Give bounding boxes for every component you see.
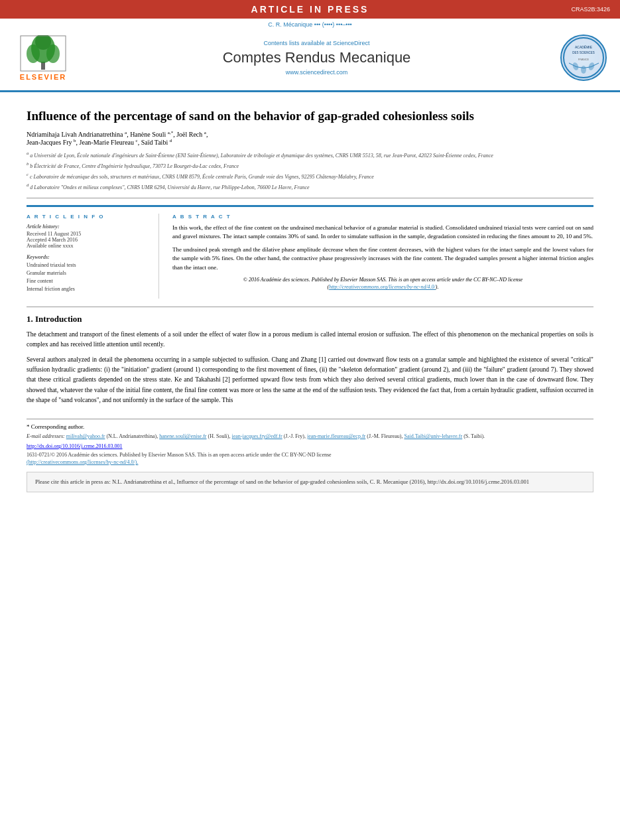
svg-point-11 — [581, 66, 586, 74]
citation-box: Please cite this article in press as: N.… — [27, 472, 593, 492]
email-addresses: E-mail addresses: milivah@yahoo.fr (N.L.… — [27, 433, 593, 441]
academie-circle: ACADÉMIE DES SCIENCES FRANCE — [560, 35, 607, 81]
keywords-group: Keywords: Undrained triaxial tests Granu… — [27, 254, 149, 293]
email-label: E-mail addresses: — [27, 433, 65, 439]
affiliation-c: c c Laboratoire de mécanique des sols, s… — [27, 171, 593, 180]
affiliations: a a Université de Lyon, École nationale … — [27, 150, 593, 190]
cras-number: CRAS2B:3426 — [571, 6, 610, 13]
keyword-1: Undrained triaxial tests — [27, 261, 149, 269]
introduction-section: 1. Introduction The detachment and trans… — [27, 314, 593, 405]
email-fry[interactable]: jean-jacques.fry@edf.fr — [231, 433, 282, 439]
article-history-group: Article history: Received 11 August 2015… — [27, 224, 149, 249]
abstract-label: A B S T R A C T — [172, 214, 593, 220]
issn-line: 1631-0721/© 2016 Académie des sciences. … — [27, 452, 593, 458]
received-date: Received 11 August 2015 — [27, 231, 149, 237]
sciencedirect-link[interactable]: Contents lists available at ScienceDirec… — [76, 40, 557, 46]
affiliation-d: d d Laboratoire "Ondes et milieux comple… — [27, 182, 593, 191]
cc-license-footer[interactable]: (http://creativecommons.org/licenses/by-… — [27, 459, 593, 465]
accepted-date: Accepted 4 March 2016 — [27, 237, 149, 243]
elsevier-logo: ELSEVIER — [10, 35, 76, 81]
cc-license-link[interactable]: http://creativecommons.org/licenses/by-n… — [329, 284, 436, 290]
journal-main-title: Comptes Rendus Mecanique — [76, 49, 557, 66]
available-date: Available online xxxx — [27, 243, 149, 249]
affiliation-a: a a Université de Lyon, École nationale … — [27, 150, 593, 159]
citation-text: Please cite this article in press as: N.… — [35, 478, 529, 485]
keywords-list: Undrained triaxial tests Granular materi… — [27, 261, 149, 293]
affiliation-b: b b Électricité de France, Centre d'Ingé… — [27, 161, 593, 170]
cr-mecanique-line: C. R. Mécanique ••• (••••) •••–••• — [0, 19, 620, 29]
article-info-label: A R T I C L E I N F O — [27, 214, 149, 220]
email-fleureau[interactable]: jean-marie.fleureau@ecp.fr — [307, 433, 365, 439]
footnote-section: * Corresponding author. E-mail addresses… — [27, 419, 593, 465]
svg-text:DES SCIENCES: DES SCIENCES — [572, 51, 595, 54]
abstract-paragraph-1: In this work, the effect of the fine con… — [172, 224, 593, 242]
keyword-4: Internal friction angles — [27, 285, 149, 293]
banner-text: ARTICLE IN PRESS — [251, 4, 369, 15]
academie-logo: ACADÉMIE DES SCIENCES FRANCE — [557, 35, 610, 81]
email-livah[interactable]: milivah@yahoo.fr — [66, 433, 105, 439]
article-info-column: A R T I C L E I N F O Article history: R… — [27, 214, 159, 299]
doi-line[interactable]: http://dx.doi.org/10.1016/j.crme.2016.03… — [27, 443, 593, 449]
abstract-paragraph-2: The undrained peak strength and the dila… — [172, 245, 593, 273]
article-title: Influence of the percentage of sand on t… — [27, 108, 593, 125]
elsevier-tree-icon — [20, 35, 66, 72]
journal-header: C. R. Mécanique ••• (••••) •••–••• ELSEV… — [0, 19, 620, 92]
corresponding-author-note: * Corresponding author. — [27, 423, 593, 430]
separator-1 — [27, 198, 593, 198]
introduction-paragraph-2: Several authors analyzed in detail the p… — [27, 355, 593, 405]
blue-separator — [27, 205, 593, 207]
keywords-label: Keywords: — [27, 254, 149, 260]
article-info-abstract-section: A R T I C L E I N F O Article history: R… — [27, 214, 593, 299]
email-souli[interactable]: hanene.souli@enise.fr — [159, 433, 206, 439]
keyword-2: Granular materials — [27, 269, 149, 277]
email-taibi[interactable]: Said.Taibi@univ-lehavre.fr — [404, 433, 462, 439]
article-content: Influence of the percentage of sand on t… — [0, 92, 620, 500]
introduction-paragraph-1: The detachment and transport of the fine… — [27, 330, 593, 350]
authors-line: Ndriamihaja Livah Andrianatrethina a, Ha… — [27, 130, 593, 147]
journal-meta: ELSEVIER Contents lists available at Sci… — [0, 29, 620, 86]
svg-text:FRANCE: FRANCE — [578, 58, 589, 61]
journal-url[interactable]: www.sciencedirect.com — [76, 69, 557, 76]
keyword-3: Fine content — [27, 277, 149, 285]
abstract-text: In this work, the effect of the fine con… — [172, 224, 593, 291]
abstract-column: A B S T R A C T In this work, the effect… — [172, 214, 593, 299]
history-label: Article history: — [27, 224, 149, 230]
article-in-press-banner: ARTICLE IN PRESS CRAS2B:3426 — [0, 0, 620, 19]
abstract-copyright: © 2016 Académie des sciences. Published … — [172, 276, 593, 291]
elsevier-text: ELSEVIER — [20, 73, 66, 81]
journal-title-center: Contents lists available at ScienceDirec… — [76, 40, 557, 76]
section-title-introduction: 1. Introduction — [27, 314, 593, 324]
separator-2 — [27, 307, 593, 307]
svg-text:ACADÉMIE: ACADÉMIE — [574, 45, 592, 49]
